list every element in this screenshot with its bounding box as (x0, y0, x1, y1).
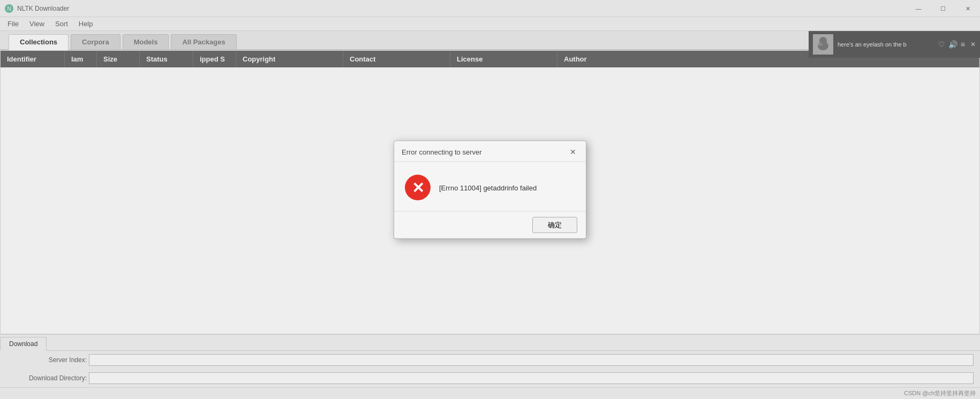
dialog-close-button[interactable]: ✕ (568, 147, 578, 157)
dialog-title-bar: Error connecting to server ✕ (394, 141, 586, 162)
dialog-message: [Errno 11004] getaddrinfo failed (439, 183, 537, 191)
dialog-body: ✕ [Errno 11004] getaddrinfo failed (394, 162, 586, 211)
dialog-overlay: Error connecting to server ✕ ✕ [Errno 11… (0, 0, 980, 399)
dialog-title: Error connecting to server (402, 148, 482, 156)
dialog-ok-button[interactable]: 确定 (532, 217, 577, 233)
dialog-footer: 确定 (394, 211, 586, 239)
error-icon: ✕ (405, 175, 431, 201)
error-dialog: Error connecting to server ✕ ✕ [Errno 11… (394, 141, 586, 239)
